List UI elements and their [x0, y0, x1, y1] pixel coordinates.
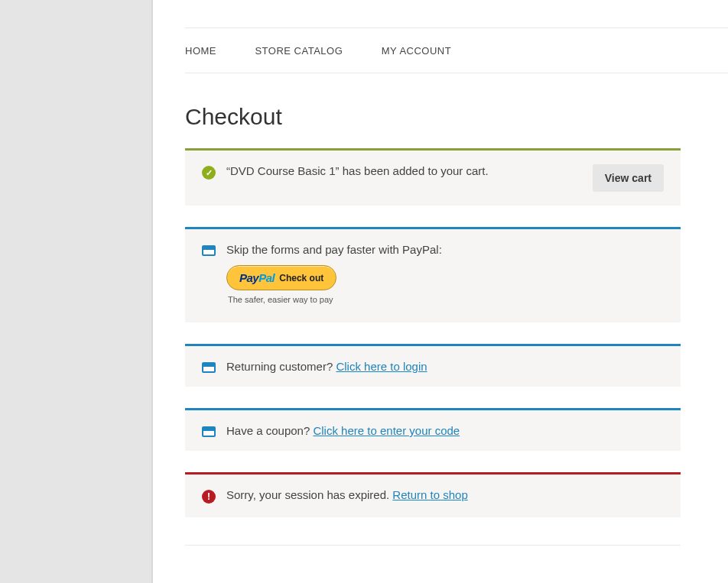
- paypal-checkout-label: Check out: [279, 273, 323, 283]
- login-link[interactable]: Click here to login: [336, 360, 427, 373]
- error-prefix: Sorry, your session has expired.: [226, 488, 392, 501]
- notice-session-expired: Sorry, your session has expired. Return …: [185, 472, 681, 517]
- notice-returning-customer: Returning customer? Click here to login: [185, 344, 681, 387]
- window-icon: [202, 426, 216, 437]
- main-nav: HOME STORE CATALOG MY ACCOUNT: [185, 28, 728, 73]
- paypal-tagline: The safer, easier way to pay: [228, 295, 664, 304]
- view-cart-button[interactable]: View cart: [593, 164, 664, 192]
- login-prefix: Returning customer?: [226, 360, 336, 373]
- nav-store-catalog[interactable]: STORE CATALOG: [255, 45, 343, 57]
- notice-text: “DVD Course Basic 1” has been added to y…: [226, 164, 593, 177]
- notice-added-to-cart: “DVD Course Basic 1” has been added to y…: [185, 148, 681, 206]
- coupon-prefix: Have a coupon?: [226, 424, 313, 437]
- notice-coupon: Have a coupon? Click here to enter your …: [185, 408, 681, 451]
- paypal-prompt: Skip the forms and pay faster with PayPa…: [226, 243, 664, 256]
- notice-paypal: Skip the forms and pay faster with PayPa…: [185, 227, 681, 322]
- window-icon: [202, 362, 216, 373]
- check-icon: [202, 166, 216, 180]
- sidebar-gutter: [0, 0, 153, 583]
- divider: [185, 545, 681, 546]
- page-title: Checkout: [185, 104, 728, 130]
- coupon-link[interactable]: Click here to enter your code: [313, 424, 460, 437]
- return-to-shop-link[interactable]: Return to shop: [392, 488, 467, 501]
- paypal-checkout-button[interactable]: PayPal Check out: [226, 265, 336, 290]
- nav-home[interactable]: HOME: [185, 45, 216, 57]
- nav-my-account[interactable]: MY ACCOUNT: [382, 45, 451, 57]
- paypal-logo: PayPal: [239, 271, 275, 284]
- error-icon: [202, 490, 216, 504]
- window-icon: [202, 245, 216, 256]
